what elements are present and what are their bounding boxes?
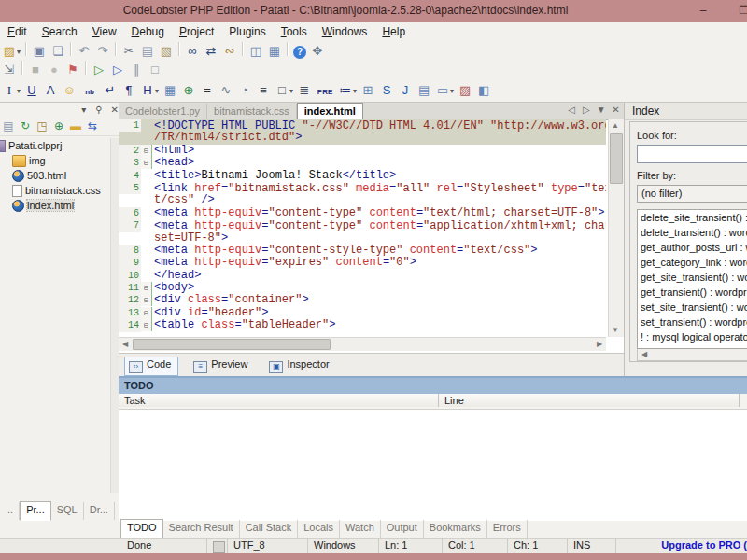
mode-tab-preview[interactable]: ≡Preview: [190, 357, 254, 375]
save-all-button[interactable]: ❏: [49, 43, 66, 60]
fold-toggle-icon[interactable]: ⊟: [141, 307, 152, 319]
look-for-input[interactable]: [637, 145, 747, 163]
open-file-button[interactable]: ▨▾: [1, 43, 21, 60]
dropdown-caret-icon[interactable]: ▾: [353, 87, 357, 95]
run-button[interactable]: ▷: [91, 62, 107, 78]
editor-horizontal-scrollbar[interactable]: ◀ ▶: [119, 337, 606, 351]
record-button[interactable]: ●: [46, 62, 63, 78]
menu-project[interactable]: Project: [172, 22, 221, 42]
export-button[interactable]: ◳: [34, 119, 50, 133]
editor-vertical-scrollbar[interactable]: ▲ ▼: [608, 119, 624, 337]
scroll-thumb[interactable]: [133, 339, 331, 350]
code-line[interactable]: set=UTF-8">: [119, 232, 606, 245]
menu-edit[interactable]: Edit: [0, 22, 35, 42]
index-list-item[interactable]: get_transient() : wordpress: [638, 285, 747, 300]
mode-tab-inspector[interactable]: ▣Inspector: [265, 357, 335, 375]
replace-button[interactable]: ⇄: [203, 43, 219, 60]
code-editor[interactable]: 1<!DOCTYPE HTML PUBLIC "-//W3C//DTD HTML…: [119, 119, 606, 337]
tab-scroll-left-icon[interactable]: ◁: [566, 105, 578, 115]
help-button[interactable]: ?: [292, 43, 307, 60]
index-list-item[interactable]: set_transient() : wordpress: [638, 315, 747, 329]
maximize-button[interactable]: ❐: [734, 3, 747, 19]
pre-button[interactable]: PRE: [315, 82, 335, 99]
editor-tab-index-html[interactable]: index.html: [297, 103, 363, 121]
dropdown-caret-icon[interactable]: ▾: [289, 87, 293, 95]
code-line[interactable]: 14⊟<table class="tableHeader">: [119, 319, 606, 331]
javascript-button[interactable]: J: [397, 82, 414, 99]
nbsp-button[interactable]: nb: [79, 82, 100, 99]
code-line[interactable]: 13⊟<div id="header">: [119, 307, 606, 319]
code-line[interactable]: t/css" />: [119, 194, 606, 206]
scroll-right-icon[interactable]: ▶: [593, 338, 606, 351]
fold-toggle-icon[interactable]: ⊟: [141, 145, 152, 157]
bottom-tab-locals[interactable]: Locals: [298, 520, 340, 538]
menu-search[interactable]: Search: [35, 22, 85, 42]
status-grip-icon[interactable]: [213, 541, 225, 553]
code-line[interactable]: 2⊟<html>: [119, 145, 606, 157]
dropdown-caret-icon[interactable]: ▾: [155, 87, 159, 95]
todo-column-line[interactable]: Line: [439, 394, 740, 407]
scroll-left-icon[interactable]: ◀: [119, 338, 132, 351]
tab-close-icon[interactable]: ✕: [610, 105, 622, 115]
cut-button[interactable]: ✂: [120, 43, 137, 60]
paragraph-button[interactable]: ¶: [120, 82, 137, 99]
fullscreen-button[interactable]: ✥: [309, 43, 326, 60]
copy-button[interactable]: ▤: [139, 43, 156, 60]
tree-item-503-html[interactable]: 503.html: [0, 168, 110, 183]
smiley-button[interactable]: ☺: [61, 82, 78, 99]
index-list-item[interactable]: ! : mysql logical operator: [638, 329, 747, 344]
show-output-button[interactable]: ▦: [266, 43, 283, 60]
menu-view[interactable]: View: [85, 22, 124, 42]
scroll-up-icon[interactable]: ▲: [609, 119, 622, 133]
tree-item-img[interactable]: img: [0, 153, 110, 168]
scroll-down-icon[interactable]: ▼: [609, 324, 622, 337]
panel-pin-icon[interactable]: ⚲: [90, 105, 103, 115]
bottom-tab-watch[interactable]: Watch: [340, 520, 381, 538]
code-line[interactable]: /TR/html4/strict.dtd">: [119, 132, 606, 144]
table-button[interactable]: ⊞: [359, 82, 376, 99]
new-file-button[interactable]: ▤: [0, 119, 17, 133]
hidden-field-button[interactable]: ▨: [457, 82, 473, 99]
run-in-browser-button[interactable]: ⇲: [1, 62, 18, 78]
code-line[interactable]: 8<meta http-equiv="content-style-type" c…: [119, 245, 606, 257]
tab-list-icon[interactable]: ▼: [595, 105, 607, 115]
tree-root-project[interactable]: Patati.clpprj: [0, 138, 110, 153]
fold-toggle-icon[interactable]: ⊟: [141, 282, 152, 294]
dropdown-caret-icon[interactable]: ▾: [450, 87, 454, 95]
italic-button[interactable]: I▾: [1, 82, 21, 99]
font-color-button[interactable]: A: [42, 82, 59, 99]
underline-button[interactable]: U: [23, 82, 40, 99]
line-break-button[interactable]: ↵: [102, 82, 119, 99]
heading-button[interactable]: H▾: [139, 82, 160, 99]
editor-tab-codelobster1-py[interactable]: Codelobster1.py: [119, 104, 207, 120]
pause-button[interactable]: ∥: [128, 62, 145, 78]
index-list-item[interactable]: get_author_posts_url : wordpress: [638, 240, 747, 255]
publish-button[interactable]: ⊕: [50, 119, 67, 133]
anchor-button[interactable]: ∿: [218, 82, 234, 99]
code-line[interactable]: 4<title>Bitnami Joomla! Stack</title>: [119, 170, 606, 182]
index-list-item[interactable]: get_site_transient() : wordpress: [638, 270, 747, 285]
stop-gray-button[interactable]: ■: [27, 62, 44, 78]
paste-button[interactable]: ▧: [158, 43, 175, 60]
debug-button[interactable]: ▷: [109, 62, 126, 78]
index-list-item[interactable]: delete_transient() : wordpress: [638, 225, 747, 240]
layout-button[interactable]: ◧: [475, 82, 492, 99]
save-button[interactable]: ▣: [31, 43, 48, 60]
show-panels-button[interactable]: ◫: [247, 43, 264, 60]
menu-tools[interactable]: Tools: [274, 22, 315, 42]
bottom-tab-search-result[interactable]: Search Result: [163, 520, 240, 538]
scroll-left-icon[interactable]: ◀: [638, 349, 651, 359]
todo-list-body[interactable]: [119, 410, 747, 521]
datetime-button[interactable]: ◔: [236, 82, 253, 99]
mode-tab-code[interactable]: ‹›Code: [124, 357, 178, 376]
blockquote-button[interactable]: ≡: [255, 82, 272, 99]
panel-close-icon[interactable]: ✕: [106, 105, 119, 115]
bottom-tab-bookmarks[interactable]: Bookmarks: [424, 520, 487, 538]
undo-button[interactable]: ↶: [76, 43, 92, 60]
project-tree-scrollbar[interactable]: [110, 138, 119, 493]
index-list-scrollbar[interactable]: ◀: [637, 349, 747, 361]
code-line[interactable]: 10</head>: [119, 270, 606, 282]
minimize-button[interactable]: –: [693, 3, 713, 19]
menu-help[interactable]: Help: [374, 22, 413, 42]
find-button[interactable]: ∞: [184, 43, 201, 60]
